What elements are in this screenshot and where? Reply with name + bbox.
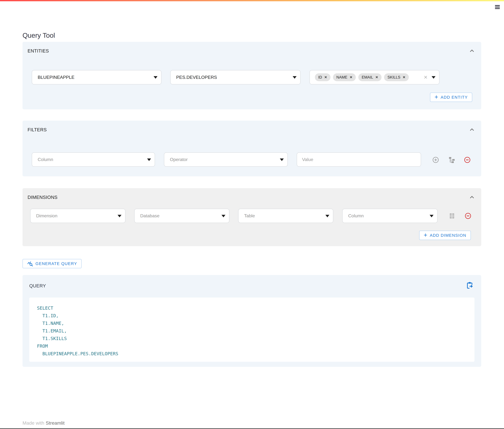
filter-column-placeholder: Column: [38, 157, 53, 162]
add-filter-button[interactable]: [432, 156, 439, 163]
selected-column-chip: SKILLS ✕: [384, 73, 409, 81]
add-dimension-button[interactable]: + ADD DIMENSION: [419, 231, 471, 240]
caret-down-icon: [118, 215, 122, 217]
dimension-column-placeholder: Column: [348, 213, 364, 218]
entity-database-select[interactable]: BLUEPINEAPPLE: [32, 70, 161, 84]
chevron-up-icon: [469, 194, 475, 200]
add-entity-button[interactable]: + ADD ENTITY: [430, 93, 472, 102]
caret-down-icon: [154, 76, 157, 79]
caret-down-icon: [293, 76, 296, 79]
dimension-database-placeholder: Database: [140, 213, 159, 218]
remove-circle-icon: [464, 212, 471, 219]
chip-label: SKILLS: [387, 75, 400, 80]
caret-down-icon: [280, 159, 284, 161]
filters-collapse-button[interactable]: [468, 126, 476, 133]
entities-collapse-button[interactable]: [468, 47, 476, 54]
remove-filter-button[interactable]: [464, 156, 471, 163]
dimensions-section: DIMENSIONS Dimension Database Table Colu…: [23, 188, 481, 246]
filter-operator-select[interactable]: Operator: [164, 152, 288, 167]
entity-table-value: PES.DEVELOPERS: [176, 75, 217, 80]
remove-circle-icon: [464, 156, 471, 163]
dimension-column-select[interactable]: Column: [342, 209, 437, 223]
add-circle-icon: [432, 156, 439, 163]
filters-section-title: FILTERS: [27, 127, 47, 133]
dimension-table-placeholder: Table: [244, 213, 255, 218]
clear-all-icon[interactable]: ✕: [424, 74, 428, 80]
dimensions-section-title: DIMENSIONS: [27, 195, 58, 200]
dimensions-collapse-button[interactable]: [468, 194, 476, 201]
hamburger-menu-icon[interactable]: [495, 5, 500, 9]
chip-remove-icon[interactable]: ✕: [324, 76, 327, 79]
query-stats-icon: [27, 260, 33, 267]
entities-section: ENTITIES BLUEPINEAPPLE PES.DEVELOPERS ID…: [23, 42, 481, 109]
selected-column-chip: EMAIL ✕: [358, 73, 382, 81]
chip-label: ID: [318, 75, 322, 80]
footer: Made withStreamlit: [23, 420, 65, 426]
dimension-database-select[interactable]: Database: [134, 209, 229, 223]
caret-down-icon: [147, 159, 151, 161]
table-grid-icon: [449, 213, 455, 219]
sql-query-text: SELECT T1.ID, T1.NAME, T1.EMAIL, T1.SKIL…: [29, 297, 474, 358]
dimension-select[interactable]: Dimension: [30, 209, 125, 223]
selected-column-chip: ID ✕: [315, 73, 330, 81]
schema-icon: [448, 157, 455, 163]
plus-icon: +: [424, 232, 428, 238]
selected-columns-chip-row: ID ✕ NAME ✕ EMAIL ✕ SKILLS ✕: [315, 73, 409, 81]
add-entity-label: ADD ENTITY: [441, 95, 468, 100]
caret-down-icon: [430, 215, 434, 217]
streamlit-decoration-bar: [0, 0, 504, 1]
dimension-table-select[interactable]: Table: [238, 209, 333, 223]
plus-icon: +: [434, 94, 438, 100]
chip-remove-icon[interactable]: ✕: [375, 76, 378, 79]
chip-remove-icon[interactable]: ✕: [350, 76, 352, 79]
filters-section: FILTERS Column Operator: [23, 121, 481, 176]
chevron-up-icon: [469, 126, 475, 133]
query-section: QUERY SELECT T1.ID, T1.NAME, T1.EMAIL, T…: [23, 275, 481, 367]
caret-down-icon: [221, 215, 226, 217]
selected-column-chip: NAME ✕: [333, 73, 356, 81]
copy-query-button[interactable]: [465, 281, 474, 290]
entities-section-title: ENTITIES: [27, 48, 49, 54]
generate-query-button[interactable]: GENERATE QUERY: [23, 259, 82, 268]
page-title: Query Tool: [23, 32, 55, 39]
footer-streamlit-link[interactable]: Streamlit: [46, 420, 65, 426]
filter-column-select[interactable]: Column: [32, 152, 155, 167]
chevron-up-icon: [469, 48, 475, 54]
clipboard-export-icon: [466, 281, 474, 289]
dimension-grid-button[interactable]: [448, 212, 456, 220]
generate-query-label: GENERATE QUERY: [35, 261, 77, 266]
caret-down-icon: [432, 76, 435, 79]
add-filter-group-button[interactable]: [448, 156, 455, 163]
query-section-title: QUERY: [29, 283, 46, 288]
remove-dimension-button[interactable]: [464, 212, 472, 220]
caret-down-icon: [325, 215, 329, 217]
entity-columns-multiselect[interactable]: ID ✕ NAME ✕ EMAIL ✕ SKILLS ✕ ✕: [310, 70, 439, 84]
filter-operator-placeholder: Operator: [170, 157, 188, 162]
sql-code-block: SELECT T1.ID, T1.NAME, T1.EMAIL, T1.SKIL…: [29, 297, 474, 362]
chip-label: NAME: [336, 75, 347, 80]
entity-database-value: BLUEPINEAPPLE: [38, 75, 74, 80]
add-dimension-label: ADD DIMENSION: [430, 233, 466, 238]
window-bottom-edge: [0, 429, 504, 429]
chip-label: EMAIL: [362, 75, 373, 80]
entity-table-select[interactable]: PES.DEVELOPERS: [170, 70, 301, 84]
dimension-placeholder: Dimension: [36, 213, 57, 218]
chip-remove-icon[interactable]: ✕: [403, 76, 405, 79]
footer-made-with: Made with: [23, 420, 44, 426]
filter-value-input[interactable]: [297, 152, 421, 167]
